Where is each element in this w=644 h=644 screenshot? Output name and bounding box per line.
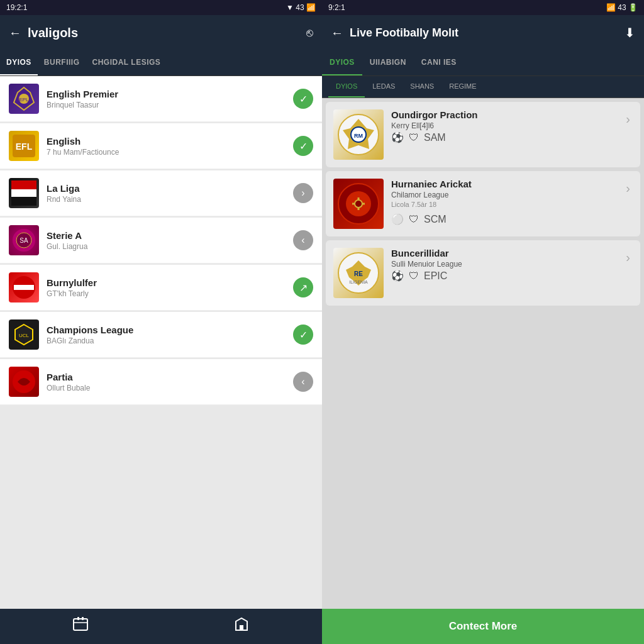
- match-info-2: Hurnaniec Arickat Chilamor League Licola…: [391, 179, 616, 225]
- league-badge-3: ›: [293, 183, 313, 203]
- left-title: lvaligols: [28, 26, 306, 40]
- svg-rect-17: [77, 617, 79, 620]
- match-logo-1: RM: [333, 109, 384, 160]
- league-sub-3: Rnd Yaina: [47, 195, 293, 204]
- svg-rect-20: [240, 625, 243, 630]
- league-name-3: La Liga: [47, 183, 293, 194]
- league-item-5[interactable]: Burnylulfer GT'kh Tearly ↗: [0, 265, 322, 311]
- match-shield-icon-3: 🛡: [409, 270, 419, 282]
- match-title-2: Hurnaniec Arickat: [391, 179, 616, 189]
- league-item-2[interactable]: EFL English 7 hu Mam/Factiounce ✓: [0, 123, 322, 169]
- match-chevron-3[interactable]: ›: [623, 248, 633, 267]
- league-logo-5: [9, 272, 39, 303]
- league-badge-5: ↗: [293, 277, 313, 297]
- svg-rect-12: [14, 285, 34, 290]
- sub-tabs-bar: DYIOS LEDAS SHANS REGIME: [322, 76, 644, 98]
- league-name-5: Burnylulfer: [47, 277, 293, 288]
- league-name-7: Partia: [47, 372, 293, 382]
- right-tab-2[interactable]: CANI IES: [414, 50, 464, 75]
- league-item-7[interactable]: Partia Ollurt Bubale ‹: [0, 359, 322, 405]
- league-item-3[interactable]: La Liga Rnd Yaina ›: [0, 170, 322, 216]
- right-back-icon[interactable]: ←: [331, 26, 343, 40]
- league-logo-3: [9, 178, 39, 208]
- match-ball-icon-3: ⚽: [391, 270, 404, 282]
- left-tab-2[interactable]: CHGIDAL LESIGS: [86, 50, 167, 75]
- match-league-1: Kerry Ell[4]l6: [391, 121, 616, 130]
- sub-tab-2[interactable]: SHANS: [402, 76, 441, 97]
- sub-tab-0[interactable]: DYIOS: [328, 76, 365, 97]
- svg-rect-7: [11, 197, 36, 206]
- left-tab-1[interactable]: BURFIIIG: [38, 50, 86, 75]
- league-logo-7: [9, 367, 39, 397]
- league-logo-2: EFL: [9, 131, 39, 161]
- left-panel: 19:2:1 ▼ 43 📶 ← lvaligols ⎋ DYIOS BURFII…: [0, 0, 322, 644]
- match-logo-3: RE ILIGENIA: [333, 248, 384, 298]
- left-tab-0[interactable]: DYIOS: [0, 50, 38, 75]
- match-label-2: SCM: [424, 214, 447, 225]
- left-tabs-bar: DYIOS BURFIIIG CHGIDAL LESIGS: [0, 50, 322, 76]
- match-card-3[interactable]: RE ILIGENIA Buncerillidar Sulli Menuior …: [326, 240, 640, 306]
- sub-tab-1[interactable]: LEDAS: [365, 76, 402, 97]
- svg-rect-6: [11, 189, 36, 197]
- match-card-2[interactable]: Hurnaniec Arickat Chilamor League Licola…: [326, 171, 640, 236]
- svg-point-28: [355, 200, 362, 208]
- right-tab-1[interactable]: UIIABIGN: [362, 50, 414, 75]
- match-card-1[interactable]: RM Oundirgor Praction Kerry Ell[4]l6 ⚽ 🛡…: [326, 102, 640, 167]
- match-list: RM Oundirgor Praction Kerry Ell[4]l6 ⚽ 🛡…: [322, 98, 644, 609]
- right-tab-0[interactable]: DYIOS: [322, 50, 362, 75]
- league-info-5: Burnylulfer GT'kh Tearly: [47, 277, 293, 298]
- match-label-3: EPIC: [424, 270, 447, 282]
- svg-rect-16: [74, 619, 87, 630]
- league-info-1: English Premier Brinquel Taasur: [47, 89, 293, 109]
- left-bottom-nav: [0, 609, 322, 644]
- match-icons-3: ⚽ 🛡 EPIC: [391, 270, 616, 282]
- league-name-1: English Premier: [47, 89, 293, 99]
- league-sub-2: 7 hu Mam/Factiounce: [47, 148, 293, 157]
- match-time-2: Licola 7.5àr 18: [391, 201, 616, 208]
- league-item-6[interactable]: UCL Champions League BAGlı Zandua ✓: [0, 312, 322, 358]
- left-nav-icon-1[interactable]: [53, 614, 108, 639]
- league-info-2: English 7 hu Mam/Factiounce: [47, 136, 293, 157]
- league-name-6: Champions League: [47, 325, 293, 335]
- match-info-1: Oundirgor Praction Kerry Ell[4]l6 ⚽ 🛡 SA…: [391, 109, 616, 143]
- svg-text:EFL: EFL: [16, 142, 33, 152]
- left-status-time: 19:2:1: [6, 3, 27, 12]
- match-label-1: SAM: [424, 132, 446, 143]
- match-league-3: Sulli Menuior League: [391, 260, 616, 269]
- svg-text:SA: SA: [19, 237, 28, 244]
- match-title-3: Buncerillidar: [391, 248, 616, 258]
- league-item-1[interactable]: EPL English Premier Brinquel Taasur ✓: [0, 76, 322, 122]
- svg-text:RE: RE: [354, 270, 363, 277]
- right-title: Live Footibally Molıt: [350, 26, 625, 40]
- match-title-1: Oundirgor Praction: [391, 109, 616, 120]
- match-ball-icon-1: ⚽: [391, 131, 404, 143]
- right-download-icon[interactable]: ⬇: [625, 25, 635, 40]
- left-share-icon[interactable]: ⎋: [306, 26, 313, 40]
- sub-tab-3[interactable]: REGIME: [441, 76, 484, 97]
- svg-text:RM: RM: [354, 133, 363, 139]
- league-item-4[interactable]: SA Sterie A Gul. Liagrua ‹: [0, 218, 322, 264]
- league-sub-4: Gul. Liagrua: [47, 242, 293, 251]
- right-panel: 9:2:1 📶 43 🔋 ← Live Footibally Molıt ⬇ D…: [322, 0, 644, 644]
- league-name-2: English: [47, 136, 293, 147]
- league-info-4: Sterie A Gul. Liagrua: [47, 230, 293, 251]
- match-chevron-2[interactable]: ›: [623, 179, 633, 198]
- right-tabs-bar: DYIOS UIIABIGN CANI IES: [322, 50, 644, 76]
- match-chevron-1[interactable]: ›: [623, 109, 633, 129]
- left-status-bar: 19:2:1 ▼ 43 📶: [0, 0, 322, 15]
- league-logo-1: EPL: [9, 84, 39, 114]
- match-icons-1: ⚽ 🛡 SAM: [391, 131, 616, 143]
- right-status-time: 9:2:1: [328, 3, 345, 12]
- left-back-icon[interactable]: ←: [9, 26, 21, 40]
- league-badge-7: ‹: [293, 372, 313, 392]
- cta-button[interactable]: Contect More: [322, 609, 644, 644]
- left-nav-icon-2[interactable]: [214, 614, 269, 639]
- left-status-icons: ▼ 43 📶: [286, 3, 316, 12]
- match-circle-icon-2: ⚪: [391, 213, 404, 225]
- match-shield-icon-1: 🛡: [409, 132, 419, 143]
- league-sub-6: BAGlı Zandua: [47, 336, 293, 345]
- league-badge-6: ✓: [293, 325, 313, 345]
- league-sub-7: Ollurt Bubale: [47, 384, 293, 392]
- league-badge-1: ✓: [293, 89, 313, 109]
- match-logo-2: [333, 179, 384, 229]
